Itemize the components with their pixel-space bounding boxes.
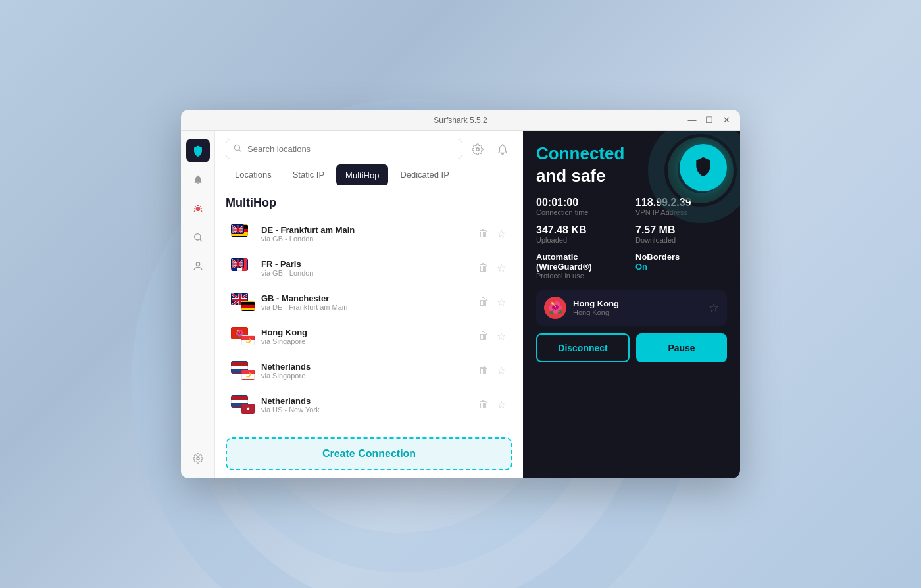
flag-container xyxy=(231,293,255,311)
location-info: GB - Manchester via DE - Frankfurt am Ma… xyxy=(261,293,477,311)
search-input-wrap[interactable] xyxy=(226,139,462,159)
flag-us: ★ xyxy=(241,404,255,414)
favorite-button[interactable]: ☆ xyxy=(495,363,507,378)
connected-title: Connected xyxy=(536,144,727,163)
downloaded-label: Downloaded xyxy=(635,236,727,244)
section-content: MultiHop xyxy=(215,185,523,429)
bottom-buttons: Disconnect Pause xyxy=(536,333,727,362)
location-actions: 🗑 ☆ xyxy=(477,295,507,310)
sidebar-item-search[interactable] xyxy=(186,226,210,249)
favorite-button[interactable]: ☆ xyxy=(495,295,507,310)
favorite-button[interactable]: ☆ xyxy=(495,226,507,241)
connection-time-value: 00:01:00 xyxy=(536,197,628,208)
list-item[interactable]: DE - Frankfurt am Main via GB - London 🗑… xyxy=(226,218,512,249)
flag-container: 🌺 🌙 xyxy=(231,327,255,345)
delete-button[interactable]: 🗑 xyxy=(477,226,490,241)
flag-de-via xyxy=(241,301,255,311)
delete-button[interactable]: 🗑 xyxy=(477,260,490,275)
noborders-label: NoBorders xyxy=(635,252,727,262)
tab-multihop[interactable]: MultiHop xyxy=(336,164,388,185)
uploaded-value: 347.48 KB xyxy=(536,224,628,236)
location-actions: 🗑 ☆ xyxy=(477,226,507,241)
notification-icon[interactable] xyxy=(493,139,512,159)
connection-time-stat: 00:01:00 Connection time xyxy=(536,197,628,216)
location-via: via GB - London xyxy=(261,269,477,277)
location-via: via US - New York xyxy=(261,406,477,414)
settings-icon[interactable] xyxy=(468,139,487,159)
maximize-button[interactable]: ☐ xyxy=(703,114,715,126)
location-via: via DE - Frankfurt am Main xyxy=(261,303,477,311)
current-location-name: Hong Kong xyxy=(573,299,702,308)
location-via: via Singapore xyxy=(261,337,477,345)
favorite-button[interactable]: ☆ xyxy=(495,329,507,344)
title-bar: Surfshark 5.5.2 — ☐ ✕ xyxy=(181,110,740,131)
noborders-value: On xyxy=(635,262,727,272)
location-actions: 🗑 ☆ xyxy=(477,397,507,412)
info-grid: Automatic (WireGuard®) Protocol in use N… xyxy=(536,252,727,280)
sidebar-item-bug[interactable] xyxy=(186,197,210,220)
delete-button[interactable]: 🗑 xyxy=(477,295,490,309)
list-item[interactable]: GB - Manchester via DE - Frankfurt am Ma… xyxy=(226,286,512,318)
location-info: FR - Paris via GB - London xyxy=(261,259,477,277)
delete-button[interactable]: 🗑 xyxy=(477,397,490,412)
list-item[interactable]: 🌺 🌙 Hong Kong via Singapore 🗑 ☆ xyxy=(226,320,512,352)
app-body: Locations Static IP MultiHop Dedicated I… xyxy=(181,131,740,478)
protocol-info: Automatic (WireGuard®) Protocol in use xyxy=(536,252,628,280)
app-window: Surfshark 5.5.2 — ☐ ✕ xyxy=(181,110,740,478)
downloaded-stat: 7.57 MB Downloaded xyxy=(635,224,727,244)
tabs: Locations Static IP MultiHop Dedicated I… xyxy=(215,164,523,185)
favorite-button[interactable]: ☆ xyxy=(495,397,507,412)
flag-container xyxy=(231,224,255,243)
favorite-button[interactable]: ☆ xyxy=(495,260,507,276)
close-button[interactable]: ✕ xyxy=(720,114,732,126)
location-info: Hong Kong via Singapore xyxy=(261,328,477,345)
search-input[interactable] xyxy=(247,144,455,154)
flag-gb xyxy=(231,224,244,234)
connected-subtitle: and safe xyxy=(536,166,727,186)
disconnect-button[interactable]: Disconnect xyxy=(536,333,630,362)
list-item[interactable]: FR - Paris via GB - London 🗑 ☆ xyxy=(226,252,512,283)
search-icon xyxy=(233,143,242,155)
list-item[interactable]: ★ Netherlands via US - New York 🗑 ☆ xyxy=(226,389,512,420)
svg-point-2 xyxy=(196,262,199,266)
minimize-button[interactable]: — xyxy=(686,114,698,126)
location-via: via GB - London xyxy=(261,235,477,243)
sidebar-item-user[interactable] xyxy=(186,255,210,278)
favorite-location-button[interactable]: ☆ xyxy=(709,301,719,315)
location-info: Netherlands via Singapore xyxy=(261,362,477,380)
search-bar xyxy=(215,131,523,164)
current-location-sub: Hong Kong xyxy=(573,308,702,316)
svg-point-4 xyxy=(234,145,239,150)
location-name: Hong Kong xyxy=(261,328,477,337)
location-info: DE - Frankfurt am Main via GB - London xyxy=(261,225,477,243)
content-area: Locations Static IP MultiHop Dedicated I… xyxy=(215,131,523,478)
current-location-flag: 🌺 xyxy=(544,297,566,319)
location-list: DE - Frankfurt am Main via GB - London 🗑… xyxy=(226,218,512,420)
tab-static-ip[interactable]: Static IP xyxy=(284,164,334,185)
uploaded-label: Uploaded xyxy=(536,236,628,244)
sidebar-item-settings[interactable] xyxy=(186,447,210,470)
location-actions: 🗑 ☆ xyxy=(477,329,507,344)
tab-dedicated-ip[interactable]: Dedicated IP xyxy=(391,164,458,185)
location-name: Netherlands xyxy=(261,396,477,406)
window-controls: — ☐ ✕ xyxy=(686,114,732,126)
list-item[interactable]: 🌙 Netherlands via Singapore 🗑 ☆ xyxy=(226,355,512,386)
delete-button[interactable]: 🗑 xyxy=(477,329,490,343)
create-connection-bar: Create Connection xyxy=(215,429,523,478)
location-name: FR - Paris xyxy=(261,259,477,269)
sidebar-item-shield[interactable] xyxy=(186,139,210,162)
flag-sg: 🌙 xyxy=(241,370,255,380)
location-name: GB - Manchester xyxy=(261,293,477,303)
delete-button[interactable]: 🗑 xyxy=(477,363,490,378)
connection-time-label: Connection time xyxy=(536,208,628,216)
tab-locations[interactable]: Locations xyxy=(226,164,281,185)
create-connection-button[interactable]: Create Connection xyxy=(226,437,512,470)
current-location-info: Hong Kong Hong Kong xyxy=(573,299,702,316)
noborders-info: NoBorders On xyxy=(635,252,727,280)
pause-button[interactable]: Pause xyxy=(636,333,727,362)
section-title: MultiHop xyxy=(226,196,512,210)
location-via: via Singapore xyxy=(261,372,477,380)
sidebar-item-alert[interactable] xyxy=(186,168,210,191)
sidebar xyxy=(181,131,215,478)
protocol-value: Automatic (WireGuard®) xyxy=(536,252,628,272)
